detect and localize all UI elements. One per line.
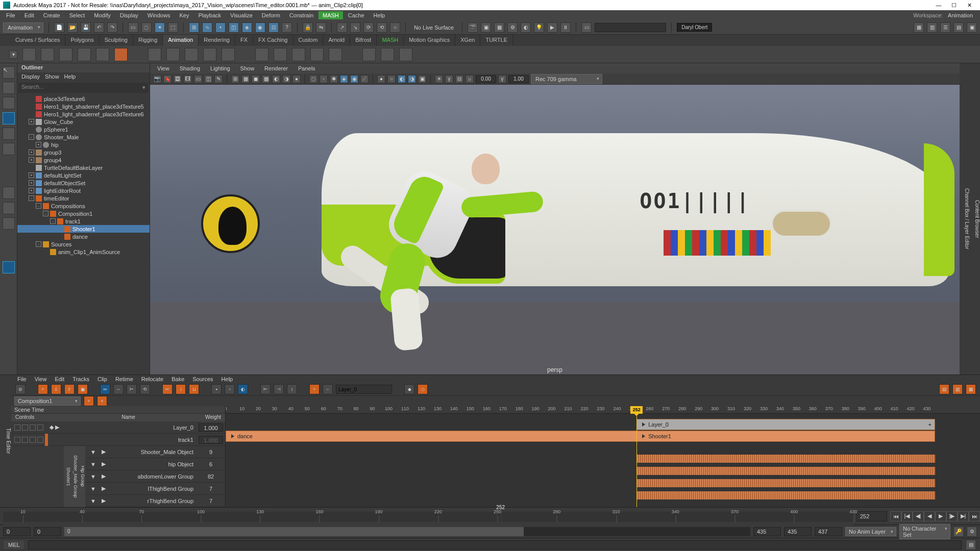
vp-exposure-field[interactable]: 0.00 bbox=[476, 75, 496, 83]
minimize-button[interactable]: — bbox=[931, 2, 946, 8]
vp-menu-shading[interactable]: Shading bbox=[176, 64, 204, 72]
key-block[interactable] bbox=[636, 467, 935, 475]
te-menu-file[interactable]: File bbox=[14, 376, 30, 382]
render-view-icon[interactable]: ▦ bbox=[494, 22, 504, 33]
te-menu-sources[interactable]: Sources bbox=[189, 376, 216, 382]
vp-menu-show[interactable]: Show bbox=[236, 64, 259, 72]
outliner-item[interactable]: -timeEditor bbox=[17, 194, 150, 202]
select-mode-icon[interactable]: ▭ bbox=[128, 22, 138, 33]
shelf-ghostall-icon[interactable] bbox=[185, 48, 198, 61]
te-split-icon[interactable]: ✂ bbox=[162, 384, 173, 394]
menu-constrain[interactable]: Constrain bbox=[285, 11, 317, 19]
pause-icon[interactable]: ⏸ bbox=[560, 22, 571, 33]
outliner-item[interactable]: TurtleDefaultBakeLayer bbox=[17, 164, 150, 171]
outliner-search[interactable]: Search... bbox=[18, 83, 149, 93]
autokey-icon[interactable]: 🔑 bbox=[953, 527, 964, 537]
vp-menu-panels[interactable]: Panels bbox=[294, 64, 320, 72]
menu-cache[interactable]: Cache bbox=[344, 11, 369, 19]
composition-dropdown[interactable]: Composition1 bbox=[14, 396, 81, 406]
vp-mode2-icon[interactable]: ○ bbox=[387, 75, 396, 83]
shelf-ik-icon[interactable] bbox=[96, 48, 109, 61]
render-settings-icon[interactable]: ⚙ bbox=[507, 22, 518, 33]
time-slider-ruler[interactable]: 1040701001301601902202502803103403704004… bbox=[3, 508, 853, 525]
vp-grid-icon[interactable]: ⊞ bbox=[231, 75, 239, 83]
shelf-hold-icon[interactable] bbox=[78, 48, 91, 61]
vp-exp-icon[interactable]: ☀ bbox=[435, 75, 443, 83]
outliner-item[interactable]: Hero1_light_shaderref_place3dTexture6 bbox=[17, 110, 150, 118]
shelf-tab-fx-caching[interactable]: FX Caching bbox=[253, 35, 293, 46]
shelf-bake-icon[interactable] bbox=[292, 48, 305, 61]
snap-plane-icon[interactable]: ◫ bbox=[229, 22, 239, 33]
vp-mode3-icon[interactable]: ◐ bbox=[398, 75, 406, 83]
clip-dance[interactable]: dance bbox=[226, 431, 653, 442]
vp-safe-icon[interactable]: ✎ bbox=[214, 75, 223, 83]
go-end-icon[interactable]: ⏭ bbox=[969, 511, 980, 521]
outliner-item[interactable]: +hip bbox=[17, 141, 150, 148]
step-fwd-key-icon[interactable]: ▶| bbox=[958, 511, 969, 521]
ipr-icon[interactable]: ▣ bbox=[481, 22, 491, 33]
outliner-item[interactable]: +lightEditorRoot bbox=[17, 187, 150, 194]
open-scene-icon[interactable]: 📂 bbox=[67, 22, 78, 33]
menu-windows[interactable]: Windows bbox=[143, 11, 175, 19]
add-composition-icon[interactable]: + bbox=[84, 396, 94, 406]
shelf-tab-fx[interactable]: FX bbox=[235, 35, 253, 46]
vp-res-icon[interactable]: ◫ bbox=[204, 75, 212, 83]
te-ripple-icon[interactable]: ⇔ bbox=[100, 384, 110, 394]
lasso-tool-icon[interactable] bbox=[3, 82, 15, 94]
te-menu-tracks[interactable]: Tracks bbox=[69, 376, 92, 382]
te-delete-layer-icon[interactable]: − bbox=[323, 384, 333, 394]
vp-gamma-field[interactable]: 1.00 bbox=[508, 75, 529, 83]
te-settings-icon[interactable]: ⊘ bbox=[15, 384, 26, 394]
script-editor-icon[interactable]: ▤ bbox=[966, 540, 976, 550]
redo-icon[interactable]: ↷ bbox=[107, 22, 117, 33]
vp-shade-icon[interactable]: ◼ bbox=[252, 75, 260, 83]
vp-menu-renderer[interactable]: Renderer bbox=[260, 64, 292, 72]
menu-key[interactable]: Key bbox=[175, 11, 193, 19]
shelf-deform1-icon[interactable] bbox=[362, 48, 376, 61]
snap-help-icon[interactable]: ? bbox=[282, 22, 292, 33]
shelf-tab-rendering[interactable]: Rendering bbox=[199, 35, 235, 46]
te-view2-icon[interactable]: ▥ bbox=[952, 384, 963, 394]
te-mute-icon[interactable]: ▪ bbox=[211, 384, 222, 394]
shelf-tab-custom[interactable]: Custom bbox=[293, 35, 324, 46]
layout-outliner-icon[interactable] bbox=[3, 261, 15, 273]
vp-smooth-icon[interactable]: ◉ bbox=[350, 75, 358, 83]
panel-layout5-icon[interactable]: ▣ bbox=[967, 22, 977, 33]
track-row[interactable]: track1 1.000 bbox=[11, 434, 225, 446]
te-ghost-icon[interactable]: ◐ bbox=[238, 384, 248, 394]
close-button[interactable]: ✕ bbox=[962, 2, 977, 9]
shelf-trail-icon[interactable] bbox=[222, 48, 235, 61]
te-menu-relocate[interactable]: Relocate bbox=[138, 376, 166, 382]
outliner-menu-show[interactable]: Show bbox=[45, 73, 59, 81]
go-start-icon[interactable]: ⏮ bbox=[890, 511, 901, 521]
command-input[interactable] bbox=[28, 540, 962, 549]
shelf-tab-bifrost[interactable]: Bifrost bbox=[350, 35, 377, 46]
snap-live-icon[interactable]: ◉ bbox=[255, 22, 265, 33]
scale-tool-icon[interactable] bbox=[3, 143, 15, 155]
select-tool-icon[interactable]: ↖ bbox=[3, 66, 15, 79]
te-layer-icon[interactable]: + bbox=[309, 384, 320, 394]
hist-in-icon[interactable]: ↗ bbox=[337, 22, 347, 33]
shelf-path-icon[interactable] bbox=[255, 48, 268, 61]
te-export-icon[interactable]: ⇧ bbox=[64, 384, 75, 394]
maximize-button[interactable]: ☐ bbox=[946, 2, 962, 9]
te-view1-icon[interactable]: ▤ bbox=[939, 384, 949, 394]
te-snap1-icon[interactable]: ⊢ bbox=[260, 384, 271, 394]
shelf-graph-icon[interactable] bbox=[310, 48, 324, 61]
vp-menu-lighting[interactable]: Lighting bbox=[206, 64, 234, 72]
symmetry-icon[interactable]: ⇋ bbox=[316, 22, 326, 33]
quick-select-field[interactable] bbox=[595, 23, 666, 32]
outliner-item[interactable]: +defaultLightSet bbox=[17, 171, 150, 179]
track-subrow[interactable]: ▼▶rThighBend Group7 bbox=[85, 495, 225, 507]
layout-single-icon[interactable] bbox=[3, 202, 15, 214]
vp-image-icon[interactable]: 🖼 bbox=[174, 75, 182, 83]
hist-out-icon[interactable]: ↘ bbox=[350, 22, 360, 33]
shelf-flow-icon[interactable] bbox=[274, 48, 287, 61]
outliner-item[interactable]: -Compositions bbox=[17, 202, 150, 210]
vp-shadow-icon[interactable]: ◑ bbox=[282, 75, 290, 83]
te-menu-edit[interactable]: Edit bbox=[52, 376, 67, 382]
shelf-deform2-icon[interactable] bbox=[381, 48, 394, 61]
vp-gate-icon[interactable]: ▭ bbox=[194, 75, 202, 83]
vp-sun-icon[interactable]: ☼ bbox=[465, 75, 474, 83]
vp-xray-icon[interactable]: ◌ bbox=[309, 75, 317, 83]
